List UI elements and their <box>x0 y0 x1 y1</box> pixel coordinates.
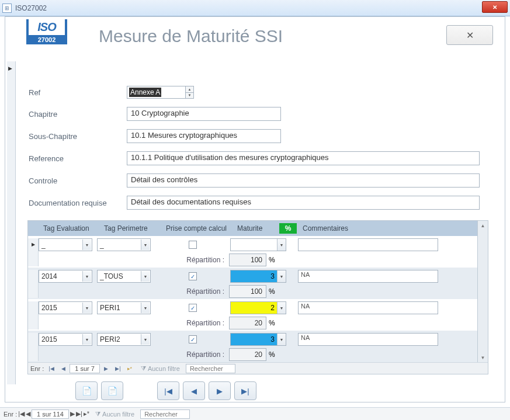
window-title: ISO27002 <box>15 4 47 12</box>
nav-last-button[interactable]: ▶| <box>113 364 123 373</box>
outer-nav-new: ▸* <box>84 410 89 418</box>
dropdown-icon[interactable]: ▼ <box>277 302 286 314</box>
record-selector-bar[interactable] <box>7 61 16 384</box>
outer-nav-position[interactable]: 1 sur 114 <box>32 409 69 419</box>
subform-scrollbar[interactable]: ▲ ▼ <box>477 221 488 362</box>
col-commentaires: Commentaires <box>297 223 455 234</box>
controle-input[interactable]: Détail des contrôles <box>127 173 480 188</box>
prev-icon: ◀ <box>191 387 197 395</box>
row-selector[interactable] <box>28 270 39 298</box>
iso-logo-text: ISO <box>29 20 65 34</box>
maturite-combo[interactable]: ▼ <box>230 238 286 251</box>
nav-prev-button[interactable]: ◀ <box>58 364 68 373</box>
maturite-combo[interactable]: 2▼ <box>230 301 286 314</box>
dropdown-icon[interactable]: ▼ <box>82 303 91 313</box>
window-close-button[interactable]: ✕ <box>482 1 508 13</box>
window-form-icon: ⊞ <box>2 4 12 13</box>
dropdown-icon[interactable]: ▼ <box>82 271 91 282</box>
tag-evaluation-combo[interactable]: 2015▼ <box>39 301 92 314</box>
controle-label: Controle <box>29 176 127 185</box>
repartition-label: Répartition : <box>154 256 229 264</box>
new-record-button[interactable]: 📄 <box>75 381 98 400</box>
last-record-button[interactable]: ▶| <box>234 381 256 400</box>
dropdown-icon[interactable]: ▼ <box>141 303 150 313</box>
prev-record-button[interactable]: ◀ <box>183 381 205 400</box>
dropdown-icon[interactable]: ▼ <box>82 239 91 250</box>
dropdown-icon[interactable]: ▼ <box>277 334 286 345</box>
ref-value: Annexe A <box>129 88 161 97</box>
nav-search[interactable]: Rechercher <box>186 364 235 373</box>
nav-filter: ⧩Aucun filtre <box>141 365 180 372</box>
documentation-input[interactable]: Détail des documentations requises <box>127 196 480 210</box>
dropdown-icon[interactable]: ▼ <box>141 271 150 282</box>
close-icon: ✕ <box>466 30 474 41</box>
record-toolbar: 📄 📄 |◀ ◀ ▶ ▶| <box>5 374 505 404</box>
row-selector[interactable] <box>28 238 39 266</box>
row-selector[interactable] <box>28 301 39 329</box>
scroll-up-icon[interactable]: ▲ <box>478 221 488 230</box>
commentaires-input[interactable]: NA <box>298 270 438 283</box>
souschapitre-input[interactable]: 10.1 Mesures cryptographiques <box>127 129 281 143</box>
row-selector[interactable] <box>28 333 39 361</box>
prise-compte-checkbox[interactable]: ✓ <box>189 304 197 312</box>
scroll-down-icon[interactable]: ▼ <box>478 353 488 362</box>
outer-nav-prev[interactable]: ◀ <box>26 410 30 418</box>
nav-position[interactable]: 1 sur 7 <box>70 364 100 373</box>
outer-nav-next[interactable]: ▶ <box>70 410 75 418</box>
nav-next-button[interactable]: ▶ <box>101 364 112 373</box>
subform-navbar: Enr : |◀ ◀ 1 sur 7 ▶ ▶| ▸* ⧩Aucun filtre… <box>28 362 488 374</box>
current-record-marker-icon <box>8 64 14 70</box>
prise-compte-checkbox[interactable] <box>189 241 197 249</box>
dropdown-icon[interactable]: ▼ <box>141 239 150 250</box>
commentaires-input[interactable]: NA <box>298 333 438 346</box>
prise-compte-checkbox[interactable]: ✓ <box>189 335 197 343</box>
col-percent: % <box>279 223 297 234</box>
tag-perimetre-combo[interactable]: PERI1▼ <box>97 301 151 314</box>
tag-perimetre-combo[interactable]: _▼ <box>97 238 151 251</box>
first-record-button[interactable]: |◀ <box>157 381 179 400</box>
outer-nav-last[interactable]: ▶| <box>76 410 82 418</box>
commentaires-input[interactable]: NA <box>298 301 438 314</box>
page-title: Mesure de Maturité SSI <box>99 26 493 46</box>
delete-record-button[interactable]: 📄 <box>101 381 123 400</box>
dropdown-icon[interactable]: ▼ <box>277 239 286 251</box>
maturite-combo[interactable]: 3▼ <box>230 333 286 346</box>
ref-input[interactable]: Annexe A ▲ ▼ <box>127 86 194 99</box>
ref-spinner-up[interactable]: ▲ <box>185 86 193 93</box>
subform-row: 2014▼ _TOUS▼ ✓ 3▼ NA Répartition : 100 % <box>28 268 488 299</box>
last-icon: ▶| <box>241 387 249 395</box>
prise-compte-checkbox[interactable]: ✓ <box>189 272 197 280</box>
repartition-input[interactable]: 20 <box>229 317 266 329</box>
next-record-button[interactable]: ▶ <box>209 381 231 400</box>
tag-evaluation-combo[interactable]: _▼ <box>39 238 92 251</box>
repartition-input[interactable]: 100 <box>229 254 266 266</box>
tag-perimetre-combo[interactable]: _TOUS▼ <box>97 270 151 283</box>
dropdown-icon[interactable]: ▼ <box>82 334 91 345</box>
scroll-track[interactable] <box>478 230 488 353</box>
dropdown-icon[interactable]: ▼ <box>277 270 286 282</box>
nav-label: Enr : <box>30 365 44 372</box>
dropdown-icon[interactable]: ▼ <box>141 334 150 345</box>
delete-record-icon: 📄 <box>107 386 117 395</box>
repartition-label: Répartition : <box>154 350 229 359</box>
outer-nav-first[interactable]: |◀ <box>18 410 25 418</box>
window-titlebar: ⊞ ISO27002 ✕ <box>0 0 510 16</box>
outer-nav-search[interactable]: Rechercher <box>140 409 190 419</box>
maturite-combo[interactable]: 3▼ <box>230 270 286 283</box>
repartition-input[interactable]: 20 <box>229 348 266 361</box>
first-icon: |◀ <box>164 387 172 395</box>
chapitre-input[interactable]: 10 Cryptographie <box>127 107 281 121</box>
commentaires-input[interactable] <box>298 238 438 251</box>
reference-input[interactable]: 10.1.1 Politique d'utilisation des mesur… <box>127 151 480 165</box>
chapitre-label: Chapitre <box>29 110 127 119</box>
souschapitre-label: Sous-Chapitre <box>29 132 127 141</box>
tag-perimetre-combo[interactable]: PERI2▼ <box>97 333 151 346</box>
close-form-button[interactable]: ✕ <box>446 25 493 45</box>
repartition-input[interactable]: 100 <box>229 285 266 298</box>
nav-first-button[interactable]: |◀ <box>46 364 57 373</box>
tag-evaluation-combo[interactable]: 2015▼ <box>39 333 92 346</box>
tag-evaluation-combo[interactable]: 2014▼ <box>39 270 92 283</box>
ref-spinner-down[interactable]: ▼ <box>185 93 193 99</box>
nav-new-button[interactable]: ▸* <box>124 364 135 373</box>
subform-header: Tag Evaluation Tag Perimetre Prise compt… <box>28 221 488 236</box>
